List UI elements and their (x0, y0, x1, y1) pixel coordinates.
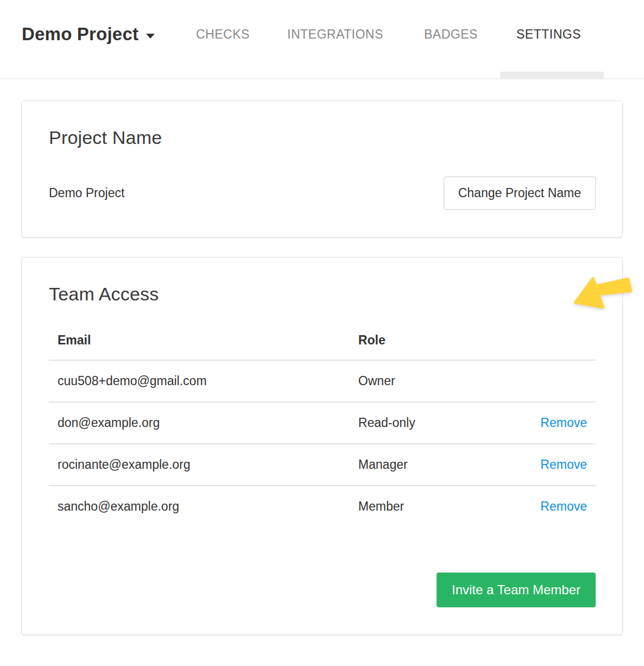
chevron-down-icon (146, 34, 155, 39)
active-tab-indicator (500, 72, 604, 79)
remove-member-link[interactable]: Remove (540, 499, 587, 513)
table-row: don@example.org Read-only Remove (49, 402, 596, 444)
tab-integrations[interactable]: INTEGRATIONS (287, 27, 383, 42)
table-row: rocinante@example.org Manager Remove (49, 444, 596, 486)
table-header-row: Email Role (49, 332, 596, 360)
table-row: cuu508+demo@gmail.com Owner (49, 360, 596, 402)
remove-member-link[interactable]: Remove (540, 416, 587, 430)
member-email: rocinante@example.org (49, 444, 350, 486)
current-project-name: Demo Project (49, 186, 124, 200)
member-role: Manager (350, 444, 514, 486)
project-name-row: Demo Project Change Project Name (49, 177, 596, 210)
invite-button-row: Invite a Team Member (49, 573, 596, 607)
project-switcher-dropdown[interactable]: Demo Project (22, 24, 155, 45)
column-header-action (514, 332, 596, 360)
column-header-role: Role (350, 332, 514, 360)
column-header-email: Email (49, 332, 350, 360)
tab-badges[interactable]: BADGES (424, 27, 478, 42)
remove-member-link[interactable]: Remove (540, 457, 587, 472)
invite-team-member-button[interactable]: Invite a Team Member (437, 573, 596, 607)
member-email: cuu508+demo@gmail.com (49, 360, 350, 402)
member-role: Owner (350, 360, 514, 402)
member-email: don@example.org (49, 402, 350, 444)
project-title: Demo Project (22, 24, 138, 45)
project-name-card-title: Project Name (49, 127, 596, 148)
member-action-empty (514, 360, 596, 402)
change-project-name-button[interactable]: Change Project Name (444, 177, 596, 210)
member-role: Read-only (350, 402, 514, 444)
tab-checks[interactable]: CHECKS (196, 27, 250, 42)
tab-settings[interactable]: SETTINGS (516, 27, 581, 42)
team-access-card-title: Team Access (49, 284, 596, 305)
member-email: sancho@example.org (49, 486, 350, 527)
team-access-card: Team Access Email Role cuu508+demo@gmail… (21, 257, 623, 635)
member-role: Member (350, 486, 514, 527)
team-members-table: Email Role cuu508+demo@gmail.com Owner d… (49, 332, 596, 527)
table-row: sancho@example.org Member Remove (49, 486, 596, 527)
project-name-card: Project Name Demo Project Change Project… (21, 100, 623, 237)
top-navigation-bar: Demo Project CHECKS INTEGRATIONS BADGES … (0, 0, 644, 79)
settings-page-content: Project Name Demo Project Change Project… (0, 79, 644, 635)
